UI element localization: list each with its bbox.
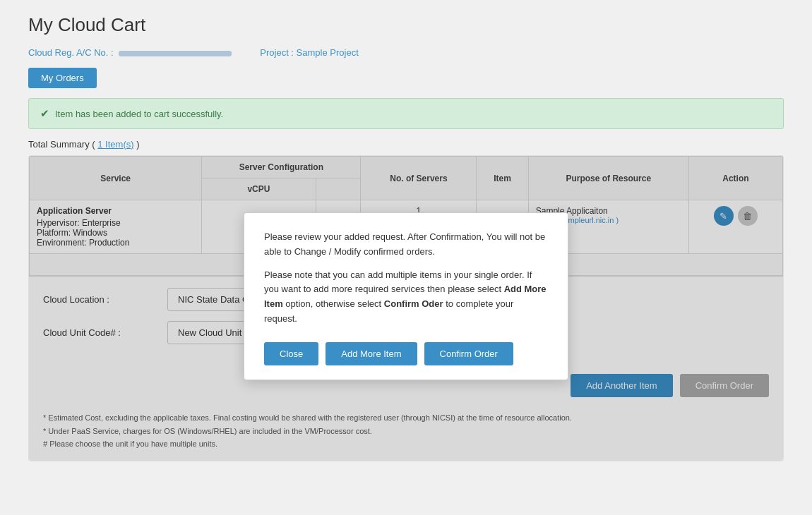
success-bar: ✔ Item has been added to cart successful… <box>28 98 784 129</box>
modal-overlay: Please review your added request. After … <box>29 156 783 461</box>
modal-add-more-button[interactable]: Add More Item <box>326 342 417 365</box>
success-message: Item has been added to cart successfully… <box>55 109 223 119</box>
main-card: Service Server Configuration No. of Serv… <box>28 155 784 461</box>
modal-footer: Close Add More Item Confirm Order <box>264 342 548 365</box>
modal-para2: Please note that you can add multiple it… <box>264 268 548 327</box>
modal-para2-prefix: Please note that you can add multiple it… <box>264 269 532 295</box>
modal-para2-suffix: option, otherwise select <box>283 298 384 309</box>
modal-para1: Please review your added request. After … <box>264 230 548 260</box>
page-title: My Cloud Cart <box>28 14 784 36</box>
my-orders-button[interactable]: My Orders <box>28 68 97 88</box>
modal-confirm-oder-text: Confirm Oder <box>384 298 443 309</box>
modal-body: Please review your added request. After … <box>264 230 548 327</box>
top-bar: Cloud Reg. A/C No. : Project : Sample Pr… <box>28 47 784 58</box>
total-summary: Total Summary ( 1 Item(s) ) <box>28 139 784 150</box>
item-count-link[interactable]: 1 Item(s) <box>97 139 133 150</box>
modal-confirm-button[interactable]: Confirm Order <box>424 342 513 365</box>
project-link[interactable]: Project : Sample Project <box>260 47 358 58</box>
modal-box: Please review your added request. After … <box>244 212 568 380</box>
cloud-reg-label: Cloud Reg. A/C No. : <box>28 47 232 58</box>
cloud-reg-value <box>119 51 232 56</box>
modal-close-button[interactable]: Close <box>264 342 318 365</box>
check-icon: ✔ <box>40 107 49 120</box>
